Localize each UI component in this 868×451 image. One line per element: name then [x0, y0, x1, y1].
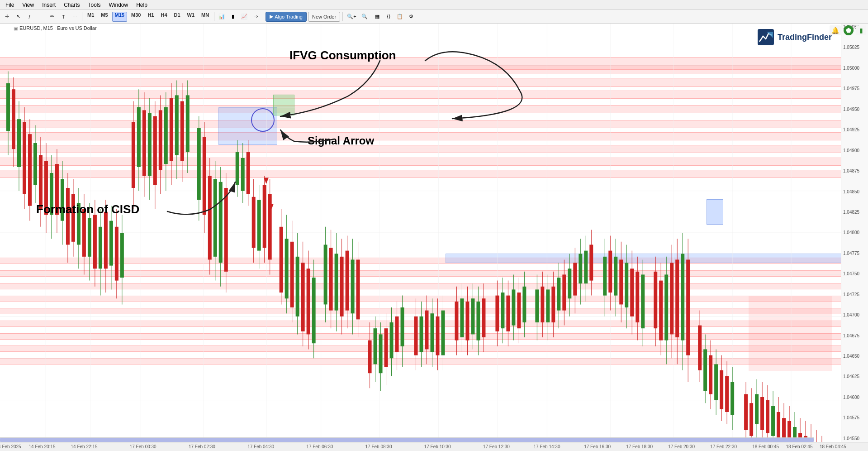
- svg-rect-228: [636, 272, 639, 322]
- candle-set-15: [698, 311, 734, 430]
- new-order-button[interactable]: New Order: [308, 12, 340, 22]
- tf-h1[interactable]: H1: [145, 12, 157, 22]
- chart-type-candle[interactable]: ▮: [228, 12, 238, 22]
- svg-rect-186: [506, 296, 510, 331]
- chart-type-bar[interactable]: 📊: [217, 12, 227, 22]
- svg-rect-52: [82, 209, 86, 257]
- tf-w1[interactable]: W1: [185, 12, 198, 22]
- tf-m30[interactable]: M30: [128, 12, 143, 22]
- svg-rect-150: [384, 328, 388, 367]
- algo-trading-label: Algo Trading: [275, 14, 303, 19]
- svg-rect-254: [720, 370, 723, 409]
- wifi-icon[interactable]: ▮: [856, 25, 866, 35]
- svg-rect-188: [512, 289, 515, 325]
- toolbar-arrow[interactable]: ↖: [13, 12, 23, 22]
- tf-m15[interactable]: M15: [112, 12, 127, 22]
- svg-rect-92: [203, 137, 206, 215]
- tf-d1[interactable]: D1: [171, 12, 183, 22]
- menu-file[interactable]: File: [2, 1, 18, 9]
- svg-rect-270: [771, 406, 775, 436]
- price-17: 1.04650: [843, 354, 866, 359]
- chart-scrollbar[interactable]: [0, 437, 814, 442]
- svg-rect-246: [698, 326, 702, 370]
- svg-rect-120: [290, 242, 294, 307]
- scrollbar-thumb[interactable]: [0, 438, 814, 442]
- toolbar-line[interactable]: /: [24, 12, 34, 22]
- chart-canvas[interactable]: ▼ ▼ IFVG Consumption Signal Arrow Format…: [0, 24, 841, 442]
- menu-insert[interactable]: Insert: [38, 1, 59, 9]
- svg-rect-238: [670, 263, 674, 334]
- candles-chart: ▼ ▼: [0, 24, 841, 442]
- svg-rect-256: [725, 376, 729, 412]
- chart-templates[interactable]: 📋: [395, 12, 405, 22]
- time-label: 17 Feb 08:30: [365, 444, 392, 449]
- tf-m1[interactable]: M1: [85, 12, 97, 22]
- notification-icon[interactable]: 🔔: [830, 25, 841, 35]
- svg-rect-106: [247, 152, 250, 194]
- toolbar-text[interactable]: T: [58, 12, 68, 22]
- time-label: 14 Feb 20:15: [29, 444, 56, 449]
- chart-type-line[interactable]: 📈: [239, 12, 249, 22]
- menu-tools[interactable]: Tools: [85, 1, 104, 9]
- candle-set-10: [455, 283, 485, 355]
- tf-m5[interactable]: M5: [98, 12, 110, 22]
- svg-rect-162: [425, 311, 428, 350]
- chart-indicators[interactable]: ⟨⟩: [384, 12, 394, 22]
- tf-mn[interactable]: MN: [199, 12, 212, 22]
- account-icon[interactable]: ⬟: [844, 25, 854, 35]
- svg-rect-198: [546, 289, 550, 322]
- svg-rect-190: [517, 293, 521, 328]
- svg-rect-152: [390, 322, 394, 358]
- chart-autoscroll[interactable]: ⇒: [251, 12, 261, 22]
- chart-grid[interactable]: ▦: [372, 12, 382, 22]
- menu-help[interactable]: Help: [133, 1, 151, 9]
- toolbar-pen[interactable]: ✏: [47, 12, 57, 22]
- time-label: 17 Feb 20:30: [668, 444, 695, 449]
- svg-rect-130: [324, 245, 327, 304]
- svg-rect-144: [368, 341, 372, 374]
- svg-rect-210: [579, 254, 582, 283]
- svg-rect-102: [236, 152, 239, 185]
- candle-set-7: [324, 227, 360, 337]
- price-10: 1.04825: [843, 210, 866, 215]
- svg-rect-250: [709, 355, 712, 394]
- svg-rect-30: [23, 122, 26, 194]
- svg-rect-90: [197, 128, 201, 200]
- candle-set-14: [654, 233, 690, 382]
- svg-rect-230: [641, 274, 645, 328]
- toolbar-crosshair[interactable]: ✛: [2, 12, 12, 22]
- toolbar-hline[interactable]: ─: [36, 12, 46, 22]
- svg-rect-158: [414, 317, 418, 355]
- menu-view[interactable]: View: [19, 1, 38, 9]
- algo-trading-button[interactable]: ▶ Algo Trading: [266, 12, 307, 22]
- svg-rect-170: [455, 302, 458, 341]
- svg-rect-24: [6, 83, 10, 131]
- svg-rect-172: [460, 298, 464, 337]
- zoom-out[interactable]: 🔍-: [360, 12, 371, 22]
- svg-rect-62: [109, 221, 113, 266]
- svg-rect-82: [170, 98, 173, 161]
- time-axis: 14 Feb 202514 Feb 20:1514 Feb 22:1517 Fe…: [0, 442, 868, 451]
- chart-settings[interactable]: ⚙: [406, 12, 416, 22]
- svg-rect-28: [17, 119, 21, 167]
- svg-rect-220: [614, 257, 617, 296]
- svg-rect-118: [285, 239, 289, 298]
- menu-window[interactable]: Window: [105, 1, 132, 9]
- price-12: 1.04775: [843, 251, 866, 256]
- svg-rect-242: [681, 254, 684, 340]
- menu-charts[interactable]: Charts: [60, 1, 83, 9]
- price-9: 1.04850: [843, 189, 866, 194]
- time-label: 17 Feb 18:30: [626, 444, 653, 449]
- candle-set-16: [744, 379, 835, 442]
- svg-rect-180: [482, 298, 485, 337]
- symbol-description: : Euro vs US Dollar: [54, 25, 97, 31]
- svg-rect-76: [153, 116, 157, 185]
- zoom-in[interactable]: 🔍+: [345, 12, 358, 22]
- svg-rect-168: [441, 311, 445, 355]
- svg-rect-42: [55, 164, 59, 215]
- tf-h4[interactable]: H4: [158, 12, 170, 22]
- svg-rect-36: [39, 155, 43, 209]
- time-label: 17 Feb 10:30: [424, 444, 451, 449]
- toolbar-fib[interactable]: ⋯: [70, 12, 80, 22]
- svg-rect-138: [346, 251, 349, 311]
